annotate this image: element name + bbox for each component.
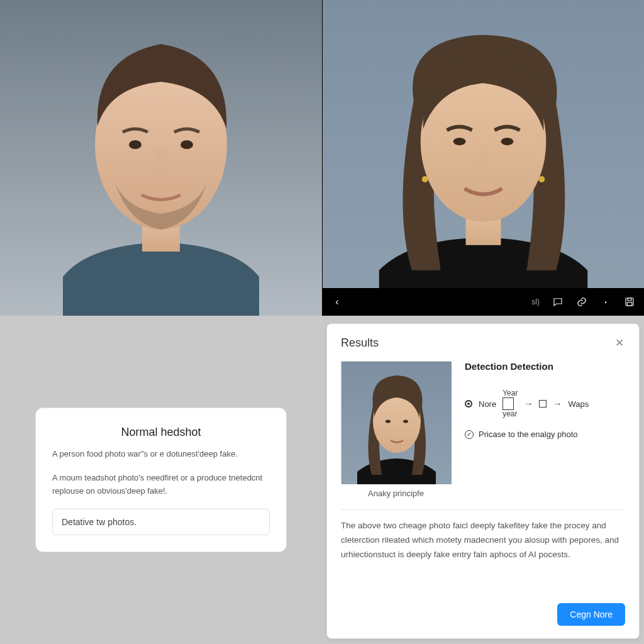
back-icon[interactable]: ‹ bbox=[331, 296, 343, 308]
female-headshot-svg bbox=[323, 0, 644, 316]
check-icon[interactable]: ✓ bbox=[465, 430, 474, 439]
photo-right: ‹ sl) · bbox=[322, 0, 644, 316]
svg-point-3 bbox=[129, 140, 142, 149]
step-box-icon bbox=[539, 400, 547, 408]
divider bbox=[341, 509, 625, 510]
arrow-icon-2: → bbox=[553, 399, 562, 409]
pipeline-end-label: Waps bbox=[568, 399, 589, 409]
bottom-left-area: Normal hedshot A person food photo war"s… bbox=[0, 316, 322, 644]
link-icon[interactable] bbox=[576, 296, 587, 308]
results-paragraph: The above two cheage photo faicl deeply … bbox=[341, 519, 625, 562]
photo-toolbar: ‹ sl) · bbox=[323, 288, 644, 316]
normal-headshot-card: Normal hedshot A person food photo war"s… bbox=[35, 408, 287, 552]
primary-action-button[interactable]: Cegn Nore bbox=[557, 603, 625, 626]
results-panel: Results ✕ bbox=[326, 323, 640, 639]
results-title: Results bbox=[341, 336, 379, 350]
pipeline-year-bottom: year bbox=[502, 410, 518, 418]
svg-point-10 bbox=[422, 176, 428, 182]
detection-title: Detection Detection bbox=[465, 361, 625, 372]
svg-point-9 bbox=[501, 138, 513, 145]
svg-point-17 bbox=[386, 420, 391, 423]
svg-point-11 bbox=[538, 176, 545, 182]
pipeline-radio-label: Nore bbox=[479, 399, 496, 409]
detection-pipeline: Nore Year year → → Waps bbox=[465, 389, 625, 418]
check-label: Pricase to the enalgy photo bbox=[479, 430, 578, 439]
male-headshot-svg bbox=[0, 0, 322, 316]
svg-rect-13 bbox=[628, 298, 631, 301]
svg-point-8 bbox=[453, 138, 466, 145]
svg-rect-14 bbox=[627, 303, 632, 306]
result-thumbnail bbox=[341, 361, 451, 484]
left-card-line1: A person food photo war"s or e dotunest'… bbox=[52, 448, 270, 460]
svg-point-18 bbox=[403, 420, 408, 423]
input-box-icon[interactable] bbox=[502, 397, 514, 410]
photo-left bbox=[0, 0, 322, 316]
comment-icon[interactable] bbox=[552, 296, 564, 308]
close-icon[interactable]: ✕ bbox=[614, 338, 625, 349]
left-card-title: Normal hedshot bbox=[52, 426, 270, 439]
left-card-line2: A moum teadshot photo's needfiret or a p… bbox=[52, 472, 270, 497]
arrow-icon-1: → bbox=[524, 399, 533, 409]
pipeline-year-top: Year bbox=[502, 389, 518, 397]
toolbar-label: sl) bbox=[531, 297, 540, 306]
thumb-caption: Anaky principfe bbox=[341, 489, 451, 498]
radio-icon[interactable] bbox=[465, 400, 472, 408]
more-icon[interactable]: · bbox=[600, 296, 611, 308]
save-icon[interactable] bbox=[624, 296, 635, 308]
detective-input[interactable] bbox=[52, 509, 270, 535]
bottom-right-area: Results ✕ bbox=[322, 316, 644, 644]
svg-point-4 bbox=[180, 140, 193, 149]
